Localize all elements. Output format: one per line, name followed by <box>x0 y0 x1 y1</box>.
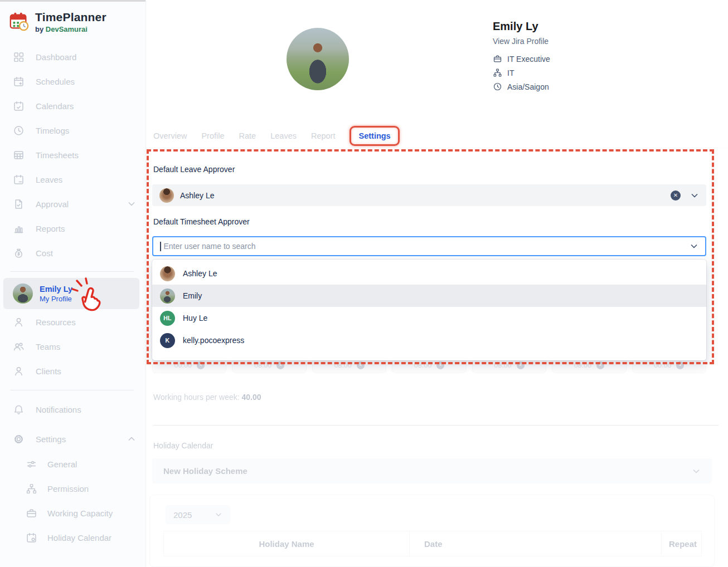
sidebar-settings-children: General Permission Working Capacity Holi… <box>0 452 146 550</box>
hierarchy-icon <box>493 68 502 77</box>
job-title: IT Executive <box>507 55 550 63</box>
clear-icon[interactable] <box>436 361 444 369</box>
holiday-scheme-value: New Holiday Scheme <box>163 466 247 476</box>
view-jira-profile-link[interactable]: View Jira Profile <box>493 37 550 46</box>
sidebar-item-approval[interactable]: Approval <box>0 192 146 216</box>
sidebar-item-general[interactable]: General <box>0 452 146 476</box>
clear-icon[interactable] <box>671 190 681 201</box>
sidebar-nav-bottom: Notifications Settings <box>0 397 146 451</box>
clear-icon[interactable] <box>596 361 604 369</box>
sidebar-item-teams[interactable]: Teams <box>0 334 146 359</box>
tab-rate[interactable]: Rate <box>239 131 256 140</box>
search-input[interactable] <box>163 241 688 251</box>
bar-chart-icon <box>13 223 25 234</box>
sidebar-item-calendars[interactable]: Calendars <box>0 94 146 118</box>
sidebar-item-working-capacity[interactable]: Working Capacity <box>0 501 146 525</box>
brand-byline: by DevSamurai <box>35 25 106 33</box>
dropdown-option-emily[interactable]: Emily <box>152 285 706 307</box>
sidebar-item-label: Schedules <box>36 77 75 86</box>
text-caret <box>160 242 161 251</box>
weekly-hours-value: 40.00 <box>241 393 261 402</box>
profile-name: Emily Ly <box>40 284 72 294</box>
calendar-minus-icon <box>13 174 25 185</box>
sidebar-item-label: Cost <box>36 248 53 258</box>
option-label: Huy Le <box>183 314 207 322</box>
chevron-down-icon[interactable] <box>690 242 698 251</box>
sidebar-item-cost[interactable]: Cost <box>0 241 146 265</box>
dashboard-grid-icon <box>13 51 25 63</box>
holiday-scheme-select[interactable]: New Holiday Scheme <box>152 458 712 483</box>
holiday-calendar-label: Holiday Calendar <box>153 441 213 450</box>
sidebar-item-leaves[interactable]: Leaves <box>0 167 146 192</box>
hours-value: 00:00 <box>654 361 671 369</box>
clear-icon[interactable] <box>517 361 525 369</box>
divider <box>10 271 134 272</box>
sidebar-item-timelogs[interactable]: Timelogs <box>0 118 146 143</box>
tab-overview[interactable]: Overview <box>153 131 187 140</box>
sidebar-item-permission[interactable]: Permission <box>0 476 146 501</box>
sidebar-item-label: Clients <box>36 366 61 376</box>
clear-icon[interactable] <box>676 361 684 369</box>
dropdown-option-kelly[interactable]: K kelly.pocoexpress <box>152 329 706 351</box>
column-header-holiday-name: Holiday Name <box>164 539 409 549</box>
dropdown-option-ashley-le[interactable]: Ashley Le <box>152 262 706 285</box>
sidebar-item-schedules[interactable]: Schedules <box>0 69 146 94</box>
sidebar-item-label: Calendars <box>36 101 74 111</box>
bell-icon <box>13 404 25 416</box>
person-icon <box>13 316 25 328</box>
timezone: Asia/Saigon <box>507 82 549 91</box>
clear-icon[interactable] <box>276 361 284 369</box>
timesheet-approver-search[interactable] <box>152 236 706 256</box>
sidebar-item-my-profile[interactable]: Emily Ly My Profile <box>3 278 139 309</box>
sidebar-item-timesheets[interactable]: Timesheets <box>0 143 146 167</box>
main-content: Emily Ly View Jira Profile IT Executive … <box>146 0 728 567</box>
sidebar-item-notifications[interactable]: Notifications <box>0 397 146 422</box>
sidebar-nav-main: Dashboard Schedules Calendars Timelogs T… <box>0 45 146 265</box>
chevron-down-icon[interactable] <box>690 191 699 200</box>
option-label: kelly.pocoexpress <box>183 336 244 345</box>
weekly-hours-label: Working hours per week: <box>153 393 240 402</box>
department: IT <box>507 69 514 77</box>
sidebar-item-settings[interactable]: Settings <box>0 427 146 451</box>
app-title: TimePlanner <box>35 11 106 23</box>
sidebar-item-label: Timesheets <box>36 150 79 160</box>
tab-leaves[interactable]: Leaves <box>270 131 297 140</box>
sidebar-item-label: Working Capacity <box>47 509 113 518</box>
option-label: Emily <box>183 291 202 300</box>
sidebar-item-dashboard[interactable]: Dashboard <box>0 45 146 69</box>
sidebar-item-label: Resources <box>36 317 76 327</box>
sidebar-item-reports[interactable]: Reports <box>0 216 146 241</box>
sliders-icon <box>26 458 37 470</box>
dropdown-option-huy-le[interactable]: HL Huy Le <box>152 307 706 329</box>
avatar <box>160 266 175 281</box>
brand: TimePlanner by DevSamurai <box>8 11 106 33</box>
sidebar-item-label: Settings <box>36 434 66 444</box>
document-check-icon <box>13 198 25 210</box>
divider <box>153 425 719 426</box>
clear-icon[interactable] <box>197 361 205 369</box>
avatar: K <box>160 333 175 348</box>
tab-profile[interactable]: Profile <box>201 131 224 140</box>
weekly-hours-line: Working hours per week: 40.00 <box>153 393 261 402</box>
sidebar-item-clients[interactable]: Clients <box>0 359 146 383</box>
sidebar-item-resources[interactable]: Resources <box>0 310 146 334</box>
clear-icon[interactable] <box>357 361 365 369</box>
tab-report[interactable]: Report <box>311 131 336 140</box>
briefcase-icon <box>26 507 37 519</box>
page-title: Emily Ly <box>493 20 550 33</box>
user-search-dropdown: Ashley Le Emily HL Huy Le K kelly.pocoex… <box>152 260 706 360</box>
sidebar-item-holiday-calendar[interactable]: Holiday Calendar <box>0 525 146 550</box>
timezone-row: Asia/Saigon <box>493 82 550 91</box>
avatar <box>159 188 174 203</box>
money-bag-icon <box>13 247 25 259</box>
leave-approver-value: Ashley Le <box>180 191 214 200</box>
tab-settings[interactable]: Settings <box>350 126 399 146</box>
sidebar-item-label: Reports <box>36 224 65 233</box>
year-value: 2025 <box>173 510 192 520</box>
year-select[interactable]: 2025 <box>166 505 230 524</box>
profile-header: Emily Ly View Jira Profile IT Executive … <box>493 20 550 91</box>
calendar-plus-icon <box>13 76 25 87</box>
leave-approver-select[interactable]: Ashley Le <box>152 184 706 206</box>
sidebar-item-label: Leaves <box>36 175 62 184</box>
person-badge-icon <box>13 365 25 377</box>
